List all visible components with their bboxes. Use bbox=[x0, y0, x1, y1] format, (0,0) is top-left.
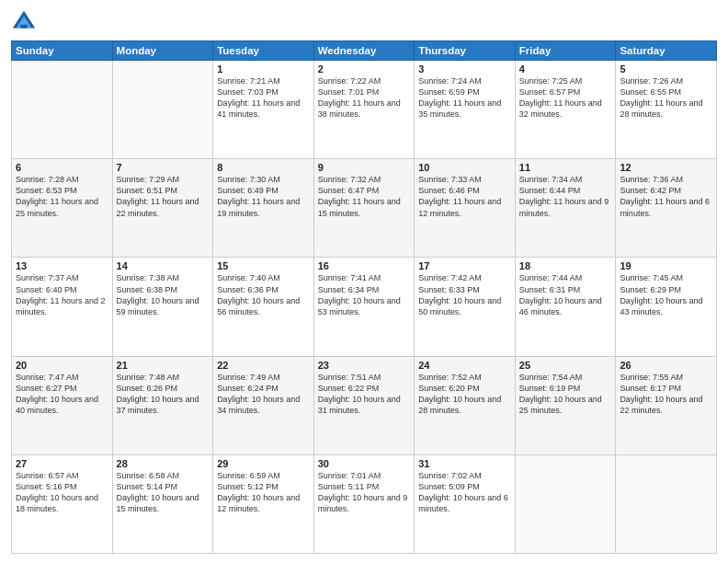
table-row: 5Sunrise: 7:26 AM Sunset: 6:55 PM Daylig… bbox=[616, 61, 717, 159]
col-sunday: Sunday bbox=[12, 41, 113, 61]
table-row: 15Sunrise: 7:40 AM Sunset: 6:36 PM Dayli… bbox=[213, 258, 314, 356]
day-number: 29 bbox=[217, 458, 310, 469]
day-info: Sunrise: 7:01 AM Sunset: 5:11 PM Dayligh… bbox=[318, 470, 411, 515]
table-row: 12Sunrise: 7:36 AM Sunset: 6:42 PM Dayli… bbox=[616, 159, 717, 258]
table-row: 29Sunrise: 6:59 AM Sunset: 5:12 PM Dayli… bbox=[213, 454, 314, 553]
day-info: Sunrise: 7:02 AM Sunset: 5:09 PM Dayligh… bbox=[418, 470, 511, 515]
day-info: Sunrise: 7:49 AM Sunset: 6:24 PM Dayligh… bbox=[217, 372, 310, 417]
col-thursday: Thursday bbox=[415, 41, 516, 61]
day-info: Sunrise: 7:40 AM Sunset: 6:36 PM Dayligh… bbox=[217, 272, 310, 317]
table-row: 22Sunrise: 7:49 AM Sunset: 6:24 PM Dayli… bbox=[213, 356, 314, 454]
day-number: 12 bbox=[620, 162, 712, 173]
day-info: Sunrise: 7:45 AM Sunset: 6:29 PM Dayligh… bbox=[620, 272, 712, 317]
day-info: Sunrise: 7:54 AM Sunset: 6:19 PM Dayligh… bbox=[519, 372, 612, 417]
day-number: 13 bbox=[16, 260, 108, 271]
table-row: 4Sunrise: 7:25 AM Sunset: 6:57 PM Daylig… bbox=[515, 61, 616, 159]
day-number: 3 bbox=[418, 63, 511, 75]
day-number: 19 bbox=[620, 260, 712, 271]
day-number: 31 bbox=[418, 458, 511, 469]
col-wednesday: Wednesday bbox=[313, 41, 415, 61]
day-info: Sunrise: 7:36 AM Sunset: 6:42 PM Dayligh… bbox=[620, 174, 712, 219]
table-row: 24Sunrise: 7:52 AM Sunset: 6:20 PM Dayli… bbox=[415, 356, 516, 454]
table-row: 18Sunrise: 7:44 AM Sunset: 6:31 PM Dayli… bbox=[515, 258, 616, 356]
table-row: 27Sunrise: 6:57 AM Sunset: 5:16 PM Dayli… bbox=[12, 454, 113, 553]
day-number: 22 bbox=[217, 360, 310, 371]
day-info: Sunrise: 6:57 AM Sunset: 5:16 PM Dayligh… bbox=[16, 470, 108, 515]
day-info: Sunrise: 7:37 AM Sunset: 6:40 PM Dayligh… bbox=[16, 272, 108, 317]
day-number: 14 bbox=[117, 260, 210, 271]
day-info: Sunrise: 7:32 AM Sunset: 6:47 PM Dayligh… bbox=[318, 174, 411, 219]
day-info: Sunrise: 7:34 AM Sunset: 6:44 PM Dayligh… bbox=[519, 174, 612, 219]
table-row: 19Sunrise: 7:45 AM Sunset: 6:29 PM Dayli… bbox=[616, 258, 717, 356]
calendar-week-row: 27Sunrise: 6:57 AM Sunset: 5:16 PM Dayli… bbox=[12, 454, 717, 553]
table-row: 14Sunrise: 7:38 AM Sunset: 6:38 PM Dayli… bbox=[112, 258, 213, 356]
day-number: 9 bbox=[318, 162, 411, 173]
table-row: 9Sunrise: 7:32 AM Sunset: 6:47 PM Daylig… bbox=[313, 159, 415, 258]
table-row: 30Sunrise: 7:01 AM Sunset: 5:11 PM Dayli… bbox=[313, 454, 415, 553]
table-row: 16Sunrise: 7:41 AM Sunset: 6:34 PM Dayli… bbox=[313, 258, 415, 356]
day-info: Sunrise: 7:29 AM Sunset: 6:51 PM Dayligh… bbox=[117, 174, 210, 219]
day-number: 28 bbox=[117, 458, 210, 469]
day-number: 1 bbox=[217, 63, 310, 75]
calendar-header-row: Sunday Monday Tuesday Wednesday Thursday… bbox=[12, 41, 717, 61]
table-row: 2Sunrise: 7:22 AM Sunset: 7:01 PM Daylig… bbox=[313, 61, 415, 159]
day-number: 17 bbox=[418, 260, 511, 271]
table-row: 8Sunrise: 7:30 AM Sunset: 6:49 PM Daylig… bbox=[213, 159, 314, 258]
day-number: 11 bbox=[519, 162, 612, 173]
day-info: Sunrise: 7:42 AM Sunset: 6:33 PM Dayligh… bbox=[418, 272, 511, 317]
day-number: 18 bbox=[519, 260, 612, 271]
day-number: 10 bbox=[418, 162, 511, 173]
table-row bbox=[515, 454, 616, 553]
day-number: 15 bbox=[217, 260, 310, 271]
header bbox=[11, 9, 717, 35]
table-row: 20Sunrise: 7:47 AM Sunset: 6:27 PM Dayli… bbox=[12, 356, 113, 454]
day-info: Sunrise: 7:41 AM Sunset: 6:34 PM Dayligh… bbox=[318, 272, 411, 317]
table-row: 11Sunrise: 7:34 AM Sunset: 6:44 PM Dayli… bbox=[515, 159, 616, 258]
page: Sunday Monday Tuesday Wednesday Thursday… bbox=[0, 0, 728, 563]
day-info: Sunrise: 7:24 AM Sunset: 6:59 PM Dayligh… bbox=[418, 75, 511, 121]
calendar-week-row: 20Sunrise: 7:47 AM Sunset: 6:27 PM Dayli… bbox=[12, 356, 717, 454]
day-number: 30 bbox=[318, 458, 411, 469]
col-saturday: Saturday bbox=[616, 41, 717, 61]
day-info: Sunrise: 7:51 AM Sunset: 6:22 PM Dayligh… bbox=[318, 372, 411, 417]
table-row: 31Sunrise: 7:02 AM Sunset: 5:09 PM Dayli… bbox=[415, 454, 516, 553]
day-info: Sunrise: 7:48 AM Sunset: 6:26 PM Dayligh… bbox=[117, 372, 210, 417]
table-row: 21Sunrise: 7:48 AM Sunset: 6:26 PM Dayli… bbox=[112, 356, 213, 454]
day-number: 21 bbox=[117, 360, 210, 371]
day-info: Sunrise: 7:21 AM Sunset: 7:03 PM Dayligh… bbox=[217, 75, 310, 121]
col-monday: Monday bbox=[112, 41, 213, 61]
day-number: 25 bbox=[519, 360, 612, 371]
day-number: 16 bbox=[318, 260, 411, 271]
day-info: Sunrise: 7:30 AM Sunset: 6:49 PM Dayligh… bbox=[217, 174, 310, 219]
calendar-week-row: 6Sunrise: 7:28 AM Sunset: 6:53 PM Daylig… bbox=[12, 159, 717, 258]
day-number: 7 bbox=[117, 162, 210, 173]
svg-rect-2 bbox=[20, 25, 27, 29]
col-friday: Friday bbox=[515, 41, 616, 61]
table-row bbox=[12, 61, 113, 159]
day-info: Sunrise: 7:22 AM Sunset: 7:01 PM Dayligh… bbox=[318, 75, 411, 121]
day-number: 24 bbox=[418, 360, 511, 371]
day-info: Sunrise: 6:59 AM Sunset: 5:12 PM Dayligh… bbox=[217, 470, 310, 515]
calendar-week-row: 1Sunrise: 7:21 AM Sunset: 7:03 PM Daylig… bbox=[12, 61, 717, 159]
day-info: Sunrise: 7:52 AM Sunset: 6:20 PM Dayligh… bbox=[418, 372, 511, 417]
table-row: 23Sunrise: 7:51 AM Sunset: 6:22 PM Dayli… bbox=[313, 356, 415, 454]
calendar-table: Sunday Monday Tuesday Wednesday Thursday… bbox=[11, 40, 717, 554]
day-number: 2 bbox=[318, 63, 411, 75]
table-row bbox=[112, 61, 213, 159]
logo-icon bbox=[11, 9, 37, 35]
table-row: 1Sunrise: 7:21 AM Sunset: 7:03 PM Daylig… bbox=[213, 61, 314, 159]
table-row: 6Sunrise: 7:28 AM Sunset: 6:53 PM Daylig… bbox=[12, 159, 113, 258]
table-row: 25Sunrise: 7:54 AM Sunset: 6:19 PM Dayli… bbox=[515, 356, 616, 454]
day-info: Sunrise: 7:26 AM Sunset: 6:55 PM Dayligh… bbox=[620, 75, 712, 121]
day-info: Sunrise: 7:47 AM Sunset: 6:27 PM Dayligh… bbox=[16, 372, 108, 417]
table-row bbox=[616, 454, 717, 553]
table-row: 17Sunrise: 7:42 AM Sunset: 6:33 PM Dayli… bbox=[415, 258, 516, 356]
day-info: Sunrise: 7:33 AM Sunset: 6:46 PM Dayligh… bbox=[418, 174, 511, 219]
calendar-week-row: 13Sunrise: 7:37 AM Sunset: 6:40 PM Dayli… bbox=[12, 258, 717, 356]
day-number: 26 bbox=[620, 360, 712, 371]
day-info: Sunrise: 6:58 AM Sunset: 5:14 PM Dayligh… bbox=[117, 470, 210, 515]
table-row: 3Sunrise: 7:24 AM Sunset: 6:59 PM Daylig… bbox=[415, 61, 516, 159]
day-number: 8 bbox=[217, 162, 310, 173]
table-row: 13Sunrise: 7:37 AM Sunset: 6:40 PM Dayli… bbox=[12, 258, 113, 356]
day-info: Sunrise: 7:44 AM Sunset: 6:31 PM Dayligh… bbox=[519, 272, 612, 317]
